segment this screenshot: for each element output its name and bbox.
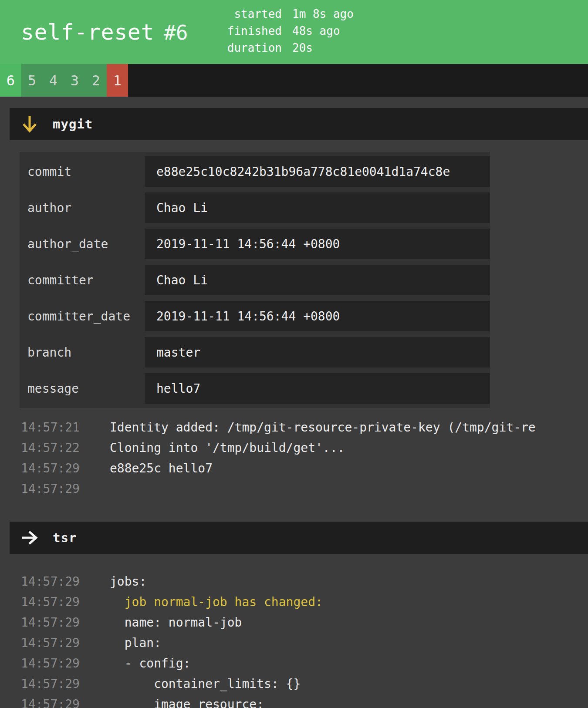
log-message: plan: bbox=[110, 633, 161, 653]
build-tab-5[interactable]: 5 bbox=[21, 64, 43, 97]
log-timestamp[interactable]: 14:57:21 bbox=[21, 417, 89, 438]
build-tab-6[interactable]: 6 bbox=[0, 64, 21, 97]
job-name[interactable]: self-reset bbox=[21, 20, 154, 45]
build-tab-1[interactable]: 1 bbox=[107, 64, 128, 97]
log-timestamp[interactable]: 14:57:29 bbox=[21, 458, 89, 479]
metadata-row: committer_date2019-11-11 14:56:44 +0800 bbox=[20, 301, 490, 331]
metadata-key: branch bbox=[20, 337, 145, 367]
log-line: 14:57:29 name: normal-job bbox=[0, 612, 588, 633]
log-line: 14:57:29e88e25c hello7 bbox=[0, 458, 588, 479]
log-timestamp[interactable]: 14:57:29 bbox=[21, 694, 89, 708]
git-metadata-table: commite88e25c10c8242b31b96a778c81e0041d1… bbox=[20, 152, 490, 408]
metadata-key: author_date bbox=[20, 229, 145, 259]
metadata-row: author_date2019-11-11 14:56:44 +0800 bbox=[20, 229, 490, 259]
log-timestamp[interactable]: 14:57:22 bbox=[21, 438, 89, 458]
build-times: started1m 8s agofinished48s agoduration2… bbox=[216, 6, 354, 57]
build-stat-label: duration bbox=[216, 40, 282, 57]
log-message: image_resource: bbox=[110, 694, 264, 708]
log-timestamp[interactable]: 14:57:29 bbox=[21, 479, 89, 499]
metadata-row: branchmaster bbox=[20, 337, 490, 367]
log-timestamp[interactable]: 14:57:29 bbox=[21, 571, 89, 592]
log-message: - config: bbox=[110, 653, 190, 674]
log-line: 14:57:21Identity added: /tmp/git-resourc… bbox=[0, 417, 588, 438]
build-stat-label: started bbox=[216, 6, 282, 23]
log-message: Cloning into '/tmp/build/get'... bbox=[110, 438, 345, 458]
build-stat-label: finished bbox=[216, 23, 282, 40]
metadata-key: message bbox=[20, 373, 145, 404]
log-line: 14:57:29 job normal-job has changed: bbox=[0, 592, 588, 612]
metadata-value: Chao Li bbox=[145, 265, 490, 295]
metadata-value: hello7 bbox=[145, 373, 490, 404]
metadata-value: 2019-11-11 14:56:44 +0800 bbox=[145, 301, 490, 331]
arrow-right-icon bbox=[21, 529, 38, 547]
step-name-tsr: tsr bbox=[53, 530, 77, 545]
metadata-key: committer_date bbox=[20, 301, 145, 331]
log-message: Identity added: /tmp/git-resource-privat… bbox=[110, 417, 536, 438]
log-line: 14:57:29 image_resource: bbox=[0, 694, 588, 708]
build-stat-value: 48s ago bbox=[292, 23, 354, 40]
log-output-tsr: 14:57:29jobs:14:57:29 job normal-job has… bbox=[0, 571, 588, 708]
build-title: self-reset #6 bbox=[0, 20, 188, 45]
metadata-value: 2019-11-11 14:56:44 +0800 bbox=[145, 229, 490, 259]
metadata-key: committer bbox=[20, 265, 145, 295]
arrow-down-icon bbox=[21, 115, 38, 133]
log-line: 14:57:29 container_limits: {} bbox=[0, 674, 588, 694]
build-header: self-reset #6 started1m 8s agofinished48… bbox=[0, 0, 588, 64]
step-header-tsr[interactable]: tsr bbox=[10, 522, 588, 554]
log-timestamp[interactable]: 14:57:29 bbox=[21, 674, 89, 694]
log-timestamp[interactable]: 14:57:29 bbox=[21, 653, 89, 674]
build-stat-value: 1m 8s ago bbox=[292, 6, 354, 23]
build-tab-4[interactable]: 4 bbox=[43, 64, 64, 97]
step-header-mygit[interactable]: mygit bbox=[10, 108, 588, 140]
metadata-row: messagehello7 bbox=[20, 373, 490, 404]
metadata-value: e88e25c10c8242b31b96a778c81e0041d1a74c8e bbox=[145, 156, 490, 187]
log-line: 14:57:29 plan: bbox=[0, 633, 588, 653]
metadata-value: Chao Li bbox=[145, 192, 490, 223]
log-message: name: normal-job bbox=[110, 612, 242, 633]
build-tab-3[interactable]: 3 bbox=[64, 64, 85, 97]
log-line: 14:57:29 - config: bbox=[0, 653, 588, 674]
build-tab-2[interactable]: 2 bbox=[85, 64, 107, 97]
log-line: 14:57:29jobs: bbox=[0, 571, 588, 592]
build-history-bar: 654321 bbox=[0, 64, 588, 97]
log-message: jobs: bbox=[110, 571, 146, 592]
log-message: job normal-job has changed: bbox=[110, 592, 323, 612]
log-message: e88e25c hello7 bbox=[110, 458, 213, 479]
log-line: 14:57:22Cloning into '/tmp/build/get'... bbox=[0, 438, 588, 458]
build-number: #6 bbox=[164, 21, 188, 44]
log-timestamp[interactable]: 14:57:29 bbox=[21, 612, 89, 633]
log-message: container_limits: {} bbox=[110, 674, 301, 694]
log-output-mygit: 14:57:21Identity added: /tmp/git-resourc… bbox=[0, 417, 588, 499]
build-stat-value: 20s bbox=[292, 40, 354, 57]
metadata-row: committerChao Li bbox=[20, 265, 490, 295]
metadata-key: commit bbox=[20, 156, 145, 187]
log-line: 14:57:29 bbox=[0, 479, 588, 499]
metadata-key: author bbox=[20, 192, 145, 223]
metadata-row: authorChao Li bbox=[20, 192, 490, 223]
step-name-mygit: mygit bbox=[53, 117, 93, 131]
metadata-row: commite88e25c10c8242b31b96a778c81e0041d1… bbox=[20, 156, 490, 187]
metadata-value: master bbox=[145, 337, 490, 367]
log-timestamp[interactable]: 14:57:29 bbox=[21, 633, 89, 653]
log-timestamp[interactable]: 14:57:29 bbox=[21, 592, 89, 612]
